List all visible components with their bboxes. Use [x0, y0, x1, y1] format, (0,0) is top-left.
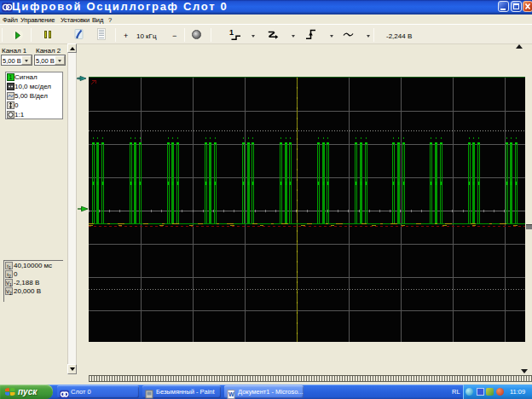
- svg-text:W: W: [228, 391, 234, 397]
- svg-text:1: 1: [9, 74, 13, 80]
